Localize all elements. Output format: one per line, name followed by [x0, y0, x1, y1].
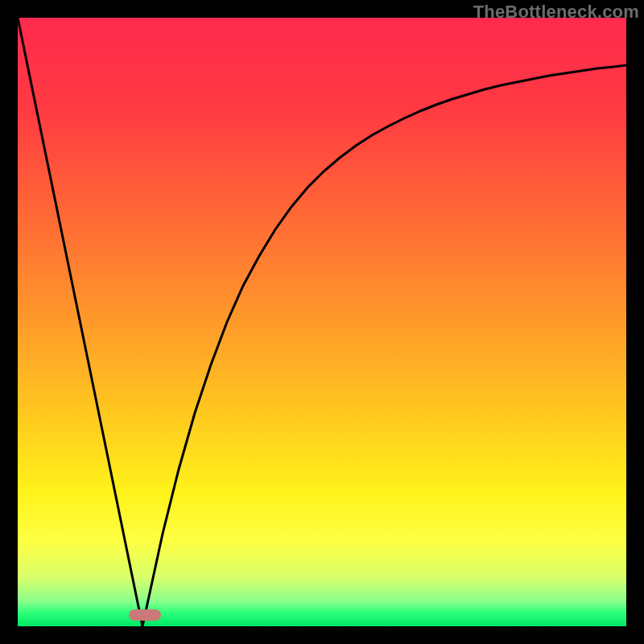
optimal-range-marker — [129, 609, 161, 621]
bottleneck-curve-plot — [18, 18, 626, 626]
watermark-text: TheBottleneck.com — [473, 2, 639, 23]
gradient-background — [18, 18, 626, 626]
chart-frame — [18, 18, 626, 626]
